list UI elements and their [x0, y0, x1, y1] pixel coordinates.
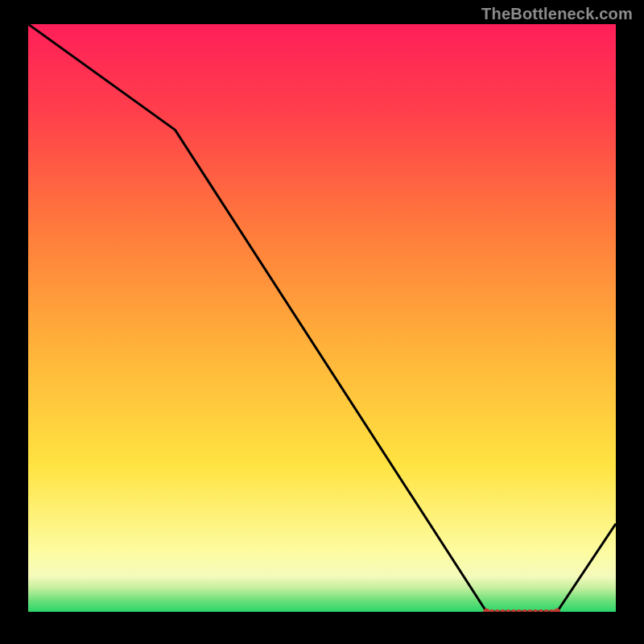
attribution-label: TheBottleneck.com	[481, 5, 633, 23]
chart-stage: TheBottleneck.com	[0, 0, 644, 644]
chart-svg	[28, 24, 616, 612]
chart-frame	[28, 24, 616, 612]
chart-background	[28, 24, 616, 612]
